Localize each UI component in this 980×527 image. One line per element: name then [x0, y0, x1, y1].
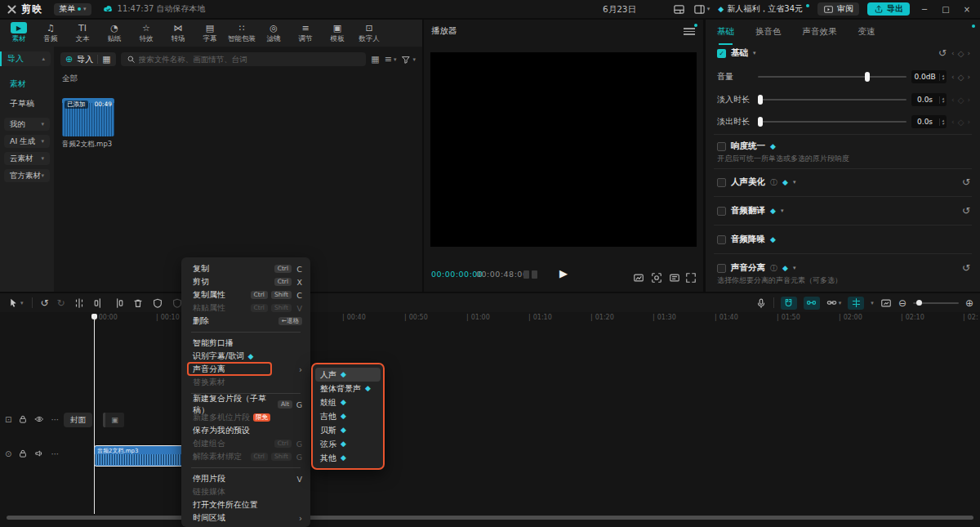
- menu-button[interactable]: 菜单 ▾: [54, 3, 91, 16]
- more-icon[interactable]: ⋯: [51, 449, 59, 458]
- feature-tab[interactable]: ▣ 模板: [322, 22, 353, 44]
- adjust-track-height-icon[interactable]: [880, 297, 892, 309]
- layout-preset-button[interactable]: ▾: [693, 3, 710, 16]
- denoise-checkbox[interactable]: [717, 235, 726, 244]
- basic-checkbox[interactable]: ✓: [717, 49, 726, 58]
- context-menu-item[interactable]: [191, 332, 301, 333]
- reset-icon[interactable]: ↺: [962, 205, 970, 217]
- feature-tab[interactable]: ⋈ 转场: [163, 22, 194, 44]
- feature-tab[interactable]: TI 文本: [67, 22, 98, 44]
- fit-zoom-icon[interactable]: [651, 269, 662, 284]
- sidebar-item[interactable]: 我的 ▾: [4, 118, 50, 131]
- promo-banner[interactable]: ◆ 新人福利，立省34元: [718, 3, 809, 15]
- context-menu-item[interactable]: 新建多机位片段 限免: [181, 411, 310, 424]
- import-button[interactable]: ⊕ 导入 ▦: [60, 52, 116, 66]
- sort-icon[interactable]: ≡▾: [385, 54, 397, 65]
- voice-separation-checkbox[interactable]: [717, 264, 726, 273]
- freeze-frame-icon[interactable]: [152, 297, 163, 309]
- review-button[interactable]: 审阅: [817, 2, 859, 16]
- context-menu-item[interactable]: 复制属性 Ctrl Shift C: [181, 288, 310, 301]
- zoom-in-icon[interactable]: ⊕: [965, 297, 973, 309]
- stepper-icon[interactable]: ▴▾: [939, 96, 947, 104]
- import-folder-icon[interactable]: ▦: [102, 54, 110, 65]
- collapse-track-icon[interactable]: ⊡: [5, 415, 11, 424]
- play-button[interactable]: ▶: [559, 267, 568, 279]
- horizontal-scrollbar[interactable]: [7, 516, 973, 520]
- reset-icon[interactable]: ↺: [962, 176, 970, 188]
- fade-out-value-box[interactable]: 0.0s ▴▾: [911, 115, 947, 128]
- chevron-down-icon[interactable]: ▾: [781, 208, 784, 214]
- inspector-tab[interactable]: 基础: [717, 26, 734, 41]
- sidebar-item[interactable]: 子草稿: [0, 94, 54, 114]
- inspector-tab[interactable]: 变速: [858, 26, 875, 41]
- loudness-checkbox[interactable]: [717, 142, 726, 151]
- context-menu-item[interactable]: 剪切 Ctrl X: [181, 275, 310, 288]
- fade-in-slider[interactable]: [758, 99, 906, 100]
- context-menu-item[interactable]: 复制 Ctrl C: [181, 262, 310, 275]
- minimize-button[interactable]: ─: [918, 5, 931, 14]
- fade-out-slider-handle[interactable]: [758, 117, 763, 127]
- stepper-icon[interactable]: ▴▾: [939, 118, 947, 126]
- submenu-item[interactable]: 吉他 ◆: [313, 409, 383, 423]
- timeline-zoom-handle[interactable]: [916, 300, 922, 306]
- lock-icon[interactable]: [18, 414, 28, 424]
- sidebar-item[interactable]: AI 生成 ▾: [4, 135, 50, 148]
- fade-in-slider-handle[interactable]: [758, 95, 763, 105]
- media-item-thumbnail[interactable]: 已添加 00:49: [62, 98, 114, 136]
- maximize-button[interactable]: □: [939, 5, 952, 14]
- volume-slider-handle[interactable]: [865, 72, 870, 82]
- sidebar-item[interactable]: 官方素材 ▾: [4, 169, 50, 182]
- context-menu-item[interactable]: 解除素材绑定 Ctrl Shift G: [181, 450, 310, 463]
- context-menu-item[interactable]: 智能剪口播: [181, 337, 310, 350]
- search-input[interactable]: [121, 52, 367, 66]
- video-viewport[interactable]: [430, 52, 697, 247]
- context-menu-item[interactable]: 识别字幕/歌词 ◆: [181, 350, 310, 363]
- stepper-icon[interactable]: ▴▾: [939, 74, 947, 81]
- keyframe-nav[interactable]: ‹ ◇ ›: [951, 73, 970, 82]
- context-menu-item[interactable]: 声音分离 ›: [181, 363, 310, 376]
- inspector-tab[interactable]: 换音色: [755, 26, 782, 41]
- preview-quality-icon[interactable]: [633, 269, 644, 284]
- timeline-zoom-slider[interactable]: [913, 302, 959, 304]
- delete-right-icon[interactable]: [113, 297, 124, 309]
- export-button[interactable]: 导出: [867, 2, 910, 16]
- feature-tab[interactable]: ◎ 滤镜: [258, 22, 289, 44]
- context-menu-item[interactable]: 删除 ←退格: [181, 315, 310, 328]
- eye-icon[interactable]: [34, 414, 44, 424]
- lock-icon[interactable]: [18, 449, 28, 458]
- feature-tab[interactable]: ∷ 智能包装: [226, 22, 257, 44]
- fullscreen-icon[interactable]: [685, 269, 697, 284]
- close-button[interactable]: ×: [960, 5, 973, 14]
- feature-tab[interactable]: ▶ 素材: [3, 22, 34, 44]
- split-icon[interactable]: [74, 297, 85, 309]
- select-tool[interactable]: ▾: [8, 297, 24, 308]
- feature-tab[interactable]: ⊡ 数字人: [354, 22, 385, 44]
- sidebar-item[interactable]: 导入 ▴: [0, 51, 51, 66]
- audio-translate-checkbox[interactable]: [717, 207, 726, 216]
- sidebar-item[interactable]: 素材: [0, 74, 54, 94]
- context-menu-item[interactable]: 新建复合片段（子草稿） Alt G: [181, 398, 310, 411]
- more-icon[interactable]: ⋯: [51, 415, 59, 424]
- record-voiceover-icon[interactable]: [755, 297, 767, 309]
- submenu-item[interactable]: 整体背景声 ◆: [313, 382, 383, 395]
- audio-clip[interactable]: 音频2文档.mp3: [94, 445, 184, 467]
- linkage-toggle[interactable]: [804, 297, 820, 310]
- context-menu-item[interactable]: 保存为我的预设: [181, 424, 310, 437]
- submenu-item[interactable]: 弦乐 ◆: [313, 437, 383, 451]
- submenu-item[interactable]: 其他 ◆: [313, 451, 383, 465]
- submenu-item[interactable]: 人声 ◆: [315, 368, 381, 382]
- zoom-out-icon[interactable]: ⊖: [898, 297, 906, 309]
- player-menu-icon[interactable]: [684, 26, 695, 37]
- link-icon[interactable]: ▾: [826, 297, 842, 308]
- volume-slider[interactable]: [758, 76, 906, 78]
- submenu-item[interactable]: 鼓组 ◆: [313, 395, 383, 409]
- fade-in-value-box[interactable]: 0.0s ▴▾: [911, 93, 947, 106]
- inspector-tab[interactable]: 声音效果: [803, 26, 837, 41]
- mute-icon[interactable]: [34, 449, 44, 458]
- chevron-down-icon[interactable]: ▾: [753, 50, 756, 56]
- snap-toggle[interactable]: [781, 297, 797, 310]
- context-menu-item[interactable]: [191, 467, 301, 468]
- context-menu-item[interactable]: 创建组合 Ctrl G: [181, 437, 310, 450]
- keyframe-nav[interactable]: ‹ ◇ ›: [951, 49, 970, 58]
- feature-tab[interactable]: ♫ 音频: [35, 22, 66, 44]
